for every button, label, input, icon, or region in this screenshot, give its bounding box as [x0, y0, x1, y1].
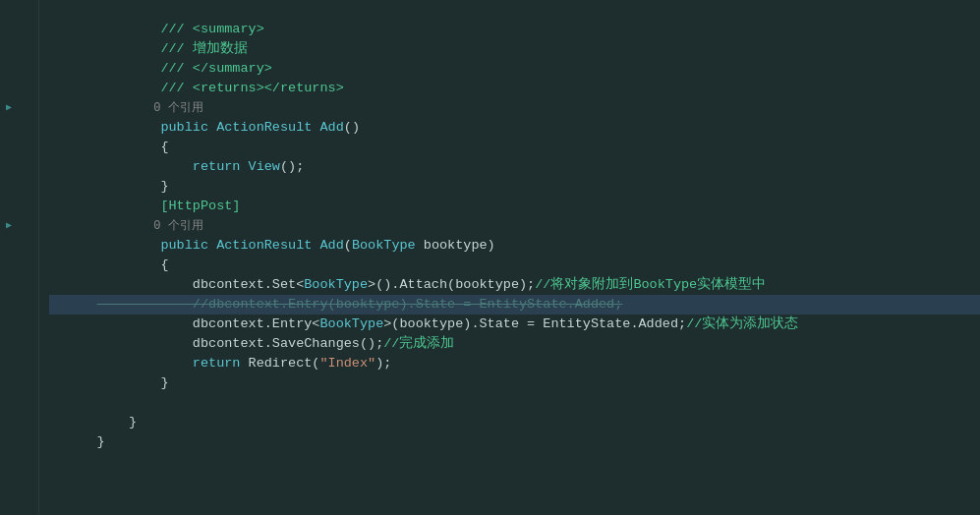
ln-19	[8, 354, 30, 373]
token: //实体为添加状态	[686, 316, 798, 331]
token: /// <returns></returns>	[97, 81, 344, 95]
token: //dbcontext.Entry(booktype).State = Enti…	[97, 297, 623, 312]
ln-25	[8, 472, 30, 491]
token: dbcontext.SaveChanges();	[97, 336, 384, 351]
ln-6	[8, 98, 30, 118]
token: }	[97, 375, 169, 390]
token: {	[97, 140, 169, 154]
ln-22	[8, 413, 30, 432]
token: View	[249, 159, 280, 174]
token: /// 增加数据	[97, 41, 248, 56]
token: ActionResult	[216, 238, 312, 253]
token: /// </summary>	[97, 61, 272, 76]
token: BookType	[304, 277, 368, 292]
ln-26	[8, 491, 30, 511]
token: dbcontext.Set<	[97, 277, 305, 292]
code-editor: /// <summary> /// 增加数据 /// </summary> //…	[0, 0, 980, 515]
code-line-10: [HttpPost]	[49, 177, 980, 197]
ln-23	[8, 432, 30, 452]
token: ActionResult	[216, 120, 312, 135]
token: public	[97, 120, 208, 135]
token: }	[97, 179, 169, 194]
code-line-21: }	[49, 393, 980, 413]
token: Redirect(	[240, 356, 319, 371]
token: //完成添加	[383, 336, 454, 351]
line-numbers	[0, 0, 39, 515]
token: BookType	[352, 238, 416, 253]
ln-8	[8, 138, 30, 157]
ln-10	[8, 177, 30, 197]
ln-1	[8, 0, 30, 20]
ln-17	[8, 315, 30, 334]
ln-21	[8, 393, 30, 413]
ln-18	[8, 334, 30, 354]
ln-12	[8, 216, 30, 236]
ln-9	[8, 157, 30, 177]
ln-7	[8, 118, 30, 138]
ln-3	[8, 39, 30, 59]
ln-4	[8, 59, 30, 79]
code-line-20	[49, 373, 980, 393]
ln-14	[8, 256, 30, 275]
ln-16	[8, 295, 30, 315]
token	[240, 159, 248, 174]
token: 0 个引用	[97, 101, 203, 115]
ln-20	[8, 373, 30, 393]
code-content: /// <summary> /// 增加数据 /// </summary> //…	[39, 0, 980, 515]
token: ()	[344, 120, 360, 135]
token: "Index"	[319, 356, 375, 371]
token: public	[97, 238, 208, 253]
token: return	[97, 356, 241, 371]
code-line-22: }	[49, 413, 980, 432]
token: (	[344, 238, 352, 253]
token	[208, 238, 216, 253]
token: );	[375, 356, 391, 371]
token: booktype)	[416, 238, 495, 253]
token: >().Attach(booktype);	[368, 277, 535, 292]
ln-13	[8, 236, 30, 256]
token: Add	[319, 120, 343, 135]
token: return	[97, 159, 241, 174]
token: /// <summary>	[97, 22, 264, 36]
ln-2	[8, 20, 30, 39]
ln-11	[8, 197, 30, 216]
token: Add	[319, 238, 343, 253]
ln-5	[8, 79, 30, 98]
token: dbcontext.Entry<	[97, 316, 320, 331]
token: }	[97, 415, 138, 429]
token	[97, 395, 105, 410]
token: //将对象附加到BookType实体模型中	[535, 277, 766, 292]
token	[208, 120, 216, 135]
code-line-1: /// <summary>	[49, 0, 980, 20]
token: {	[97, 258, 169, 272]
code-line-14: dbcontext.Set<BookType>().Attach(booktyp…	[49, 256, 980, 275]
ln-15	[8, 275, 30, 295]
token: 0 个引用	[97, 219, 203, 233]
token: BookType	[319, 316, 383, 331]
token: ();	[280, 159, 304, 174]
token: [HttpPost]	[97, 199, 241, 213]
ln-24	[8, 452, 30, 472]
token: >(booktype).State = EntityState.Added;	[383, 316, 686, 331]
token: }	[97, 434, 105, 449]
code-line-8: return View();	[49, 138, 980, 157]
